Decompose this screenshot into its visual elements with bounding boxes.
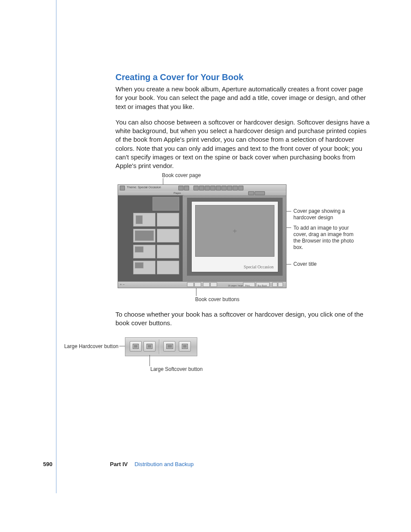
callout-cover-title: Cover title xyxy=(293,261,317,268)
body-paragraph-2: You can also choose between a softcover … xyxy=(115,118,370,171)
part-label: Part IV xyxy=(110,461,128,467)
body-paragraph-1: When you create a new book album, Apertu… xyxy=(115,85,370,111)
buy-label: Buy Book… xyxy=(258,284,269,287)
callout-book-cover-buttons: Book cover buttons xyxy=(195,296,240,303)
thumb-photo xyxy=(135,246,143,252)
large-softcover-button[interactable] xyxy=(143,341,156,352)
print-label: Print… xyxy=(245,284,252,287)
large-hardcover-button[interactable] xyxy=(130,341,142,352)
editor-toolbar: Theme: Special Occasion xyxy=(118,185,286,191)
hardcover-icon xyxy=(133,344,139,349)
toolbar-button[interactable] xyxy=(184,186,189,190)
hardcover-button[interactable] xyxy=(187,282,194,287)
view-button[interactable] xyxy=(248,191,254,195)
book-layout-editor-screenshot: Theme: Special Occasion Pages xyxy=(118,184,286,288)
cover-title-text[interactable]: Special Occasion xyxy=(244,264,274,269)
spread-icon xyxy=(166,344,173,349)
next-page-button[interactable] xyxy=(278,282,283,287)
cover-page[interactable]: ＋ Special Occasion xyxy=(191,201,278,272)
page-footer: 590 Part IV Distribution and Backup xyxy=(43,461,193,467)
book-icon xyxy=(120,186,125,190)
toolbar-button[interactable] xyxy=(199,186,204,190)
single-page-button[interactable] xyxy=(179,341,191,352)
softcover-button[interactable] xyxy=(194,282,201,287)
prev-page-button[interactable] xyxy=(272,282,277,287)
preview-header xyxy=(184,191,286,196)
thumb-photo xyxy=(135,230,154,241)
spread-view-button[interactable] xyxy=(163,341,175,352)
toolbar-button[interactable] xyxy=(233,186,238,190)
pages-sidebar xyxy=(118,196,183,282)
page-number: 590 xyxy=(43,461,53,467)
cover-photo-box[interactable]: ＋ xyxy=(195,205,274,257)
pages-header: Pages xyxy=(118,191,184,196)
page-button[interactable] xyxy=(210,282,217,287)
softcover-icon xyxy=(146,344,153,349)
body-paragraph-3: To choose whether your book has a softco… xyxy=(115,310,370,328)
toolbar-button[interactable] xyxy=(210,186,215,190)
page-thumbnail[interactable] xyxy=(157,245,179,258)
margin-rule xyxy=(56,0,56,493)
cover-buttons-detail xyxy=(125,337,197,356)
page-icon xyxy=(182,344,188,349)
callout-hardcover-design: Cover page showing a hardcover design xyxy=(293,208,358,221)
add-remove-controls[interactable]: + − xyxy=(120,283,125,286)
leader-line xyxy=(149,355,150,366)
theme-label: Theme: Special Occasion xyxy=(127,186,161,189)
callout-large-softcover: Large Softcover button xyxy=(150,366,202,373)
zoom-button[interactable] xyxy=(255,191,265,195)
page-thumbnail[interactable] xyxy=(157,213,179,227)
spread-button[interactable] xyxy=(203,282,210,287)
section-heading: Creating a Cover for Your Book xyxy=(115,72,370,82)
editor-footer: + − 16 pages, large hardcover (11" × 8.5… xyxy=(118,281,286,288)
thumb-photo xyxy=(135,262,143,268)
toolbar-button[interactable] xyxy=(221,186,227,190)
page-thumbnail[interactable] xyxy=(133,229,156,243)
callout-add-image: To add an image to your cover, drag an i… xyxy=(293,225,358,251)
page-thumbnail-cover[interactable] xyxy=(153,197,179,211)
toolbar-button[interactable] xyxy=(178,186,184,190)
page-thumbnail[interactable] xyxy=(133,261,156,274)
page-thumbnail[interactable] xyxy=(133,245,156,258)
toolbar-button[interactable] xyxy=(193,186,199,190)
section-title: Distribution and Backup xyxy=(134,461,193,467)
thumb-photo xyxy=(136,215,143,224)
toolbar-button[interactable] xyxy=(227,186,232,190)
toolbar-button[interactable] xyxy=(238,186,243,190)
page-thumbnail[interactable] xyxy=(157,229,179,243)
page-thumbnail[interactable] xyxy=(157,261,179,274)
cover-preview-area: ＋ Special Occasion xyxy=(187,198,283,276)
callout-book-cover-page: Book cover page xyxy=(162,172,201,179)
divider xyxy=(159,339,160,354)
callout-large-hardcover: Large Hardcover button xyxy=(58,343,118,350)
toolbar-button[interactable] xyxy=(205,186,210,190)
toolbar-button[interactable] xyxy=(216,186,221,190)
page-thumbnail[interactable] xyxy=(133,213,156,227)
